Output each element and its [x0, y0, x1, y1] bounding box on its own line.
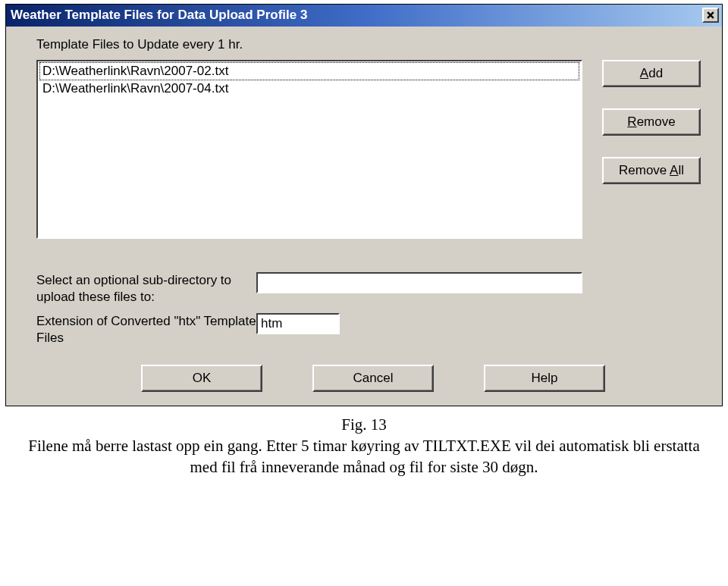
list-item[interactable]: D:\Weatherlink\Ravn\2007-04.txt: [39, 80, 579, 97]
extension-label: Extension of Converted "htx" Template Fi…: [36, 313, 256, 346]
remove-all-button[interactable]: Remove All: [602, 157, 701, 184]
remove-button[interactable]: Remove: [602, 108, 701, 136]
add-button[interactable]: Add: [602, 60, 701, 87]
close-icon: [707, 11, 715, 19]
figure-label: Fig. 13: [23, 414, 705, 435]
dialog-window: Weather Template Files for Data Upload P…: [5, 4, 723, 406]
subdir-input[interactable]: [256, 272, 582, 293]
figure-caption: Fig. 13 Filene må berre lastast opp ein …: [0, 414, 728, 478]
list-item[interactable]: D:\Weatherlink\Ravn\2007-02.txt: [39, 62, 579, 80]
template-files-label: Template Files to Update every 1 hr.: [36, 37, 710, 52]
ok-button[interactable]: OK: [141, 365, 262, 392]
help-button[interactable]: Help: [484, 365, 605, 392]
extension-input[interactable]: [256, 313, 340, 334]
close-button[interactable]: [702, 8, 719, 23]
template-files-listbox[interactable]: D:\Weatherlink\Ravn\2007-02.txt D:\Weath…: [36, 60, 582, 239]
subdir-label: Select an optional sub-directory to uplo…: [36, 272, 256, 306]
dialog-body: Template Files to Update every 1 hr. D:\…: [6, 27, 722, 406]
cancel-button[interactable]: Cancel: [312, 365, 434, 392]
caption-text: Filene må berre lastast opp ein gang. Et…: [28, 437, 699, 476]
window-title: Weather Template Files for Data Upload P…: [11, 8, 702, 23]
titlebar: Weather Template Files for Data Upload P…: [6, 5, 722, 27]
